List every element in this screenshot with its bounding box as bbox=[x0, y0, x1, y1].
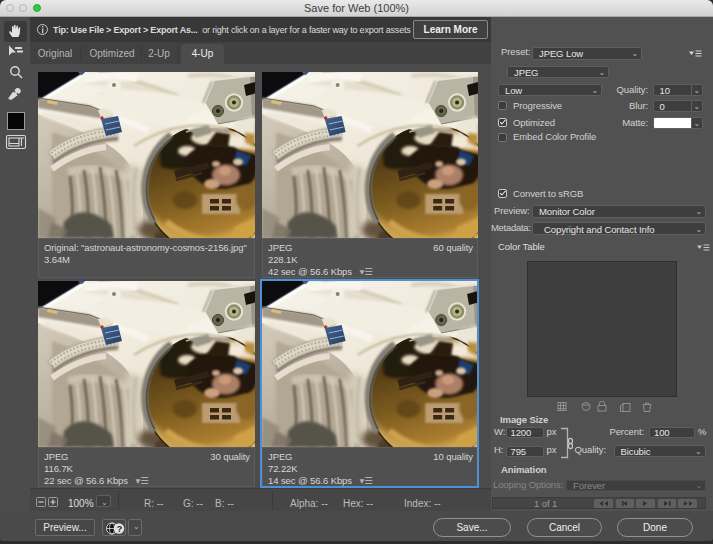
svg-text:?: ? bbox=[117, 524, 123, 534]
